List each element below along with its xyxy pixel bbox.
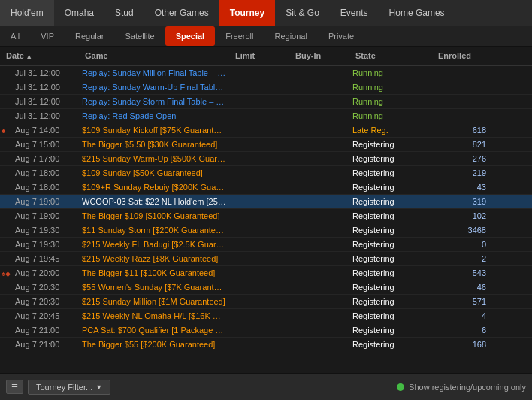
row-limit [229,138,289,150]
row-buyin [289,153,349,165]
table-row[interactable]: Aug 7 19:00 WCOOP-03 Sat: $22 NL Hold'em… [0,195,532,209]
row-enrolled: 46 [432,281,492,293]
row-state: Running [349,67,432,79]
row-date: Aug 7 14:00 [12,124,79,136]
table-row[interactable]: Aug 7 20:30 $215 Sunday Million [$1M Gua… [0,295,532,309]
row-limit [229,338,289,350]
row-game: The Bigger $11 [$100K Guaranteed] [79,267,229,279]
spade-diamond-icon: ♠◆ [2,270,11,277]
row-state: Running [349,110,432,122]
row-limit [229,310,289,322]
row-limit [229,67,289,79]
table-row[interactable]: Aug 7 21:00 PCA Sat: $700 Qualifier [1 P… [0,323,532,338]
row-limit [229,81,289,93]
row-game: Replay: Red Spade Open [79,110,229,122]
row-date: Aug 7 19:30 [12,224,79,236]
row-icon [0,238,12,250]
header-date[interactable]: Date [3,49,82,62]
row-limit [229,281,289,293]
subnav-regional[interactable]: Regional [264,26,317,46]
nav-events[interactable]: Events [330,0,379,26]
table-row[interactable]: ♠◆ Aug 7 20:00 The Bigger $11 [$100K Gua… [0,266,532,280]
row-icon [0,295,12,308]
row-state: Running [349,95,432,108]
row-game: $55 Women's Sunday [$7K Guaranteed] [79,281,229,293]
table-row[interactable]: Aug 7 19:00 The Bigger $109 [$100K Guara… [0,209,532,223]
row-state: Registering [349,324,432,336]
table-row[interactable]: ♠ Aug 7 14:00 $109 Sunday Kickoff [$75K … [0,123,532,138]
table-row[interactable]: Aug 7 18:00 $109+R Sunday Rebuiy [$200K … [0,180,532,195]
table-row[interactable]: Aug 7 19:45 $215 Weekly Razz [$8K Guaran… [0,252,532,266]
table-row[interactable]: Aug 7 18:00 $109 Sunday [$50K Guaranteed… [0,166,532,180]
header-limit[interactable]: Limit [232,49,292,62]
table-row[interactable]: Jul 31 12:00 Replay: Sunday Million Fina… [0,66,532,80]
row-icon [0,310,12,322]
subnav-all[interactable]: All [0,26,30,46]
row-limit [229,324,289,336]
row-icon: ♠ [0,124,12,136]
table-row[interactable]: Aug 7 20:30 $55 Women's Sunday [$7K Guar… [0,280,532,295]
row-date: Aug 7 21:00 [12,324,79,336]
lobby-icon-button[interactable]: ☰ [6,380,23,394]
row-enrolled: 3468 [432,224,492,236]
row-icon [0,224,12,236]
row-enrolled: 6 [432,324,492,336]
row-game: Replay: Sunday Storm Final Table – July … [79,95,229,108]
table-row[interactable]: Aug 7 15:00 The Bigger $5.50 [$30K Guara… [0,138,532,152]
row-icon [0,138,12,150]
subnav-satellite[interactable]: Satellite [115,26,165,46]
row-limit [229,295,289,308]
row-game: PCA Sat: $700 Qualifier [1 Package Guara… [79,324,229,336]
subnav-vip[interactable]: VIP [30,26,65,46]
subnav-regular[interactable]: Regular [65,26,115,46]
subnav-freeroll[interactable]: Freeroll [215,26,264,46]
row-icon [0,253,12,265]
row-enrolled: 276 [432,153,492,165]
table-row[interactable]: Jul 31 12:00 Replay: Red Spade Open Runn… [0,109,532,123]
nav-other-games[interactable]: Other Games [144,0,219,26]
row-date: Aug 7 21:00 [12,338,79,350]
row-buyin [289,124,349,136]
row-icon [0,110,12,122]
table-row[interactable]: Jul 31 12:00 Replay: Sunday Warm-Up Fina… [0,80,532,95]
row-date: Aug 7 20:30 [12,281,79,293]
table-row[interactable]: Aug 7 20:45 $215 Weekly NL Omaha H/L [$1… [0,309,532,323]
row-state: Registering [349,224,432,236]
table-row[interactable]: Jul 31 12:00 Replay: Sunday Storm Final … [0,95,532,109]
row-date: Aug 7 20:30 [12,295,79,308]
row-limit [229,110,289,122]
row-game: $11 Sunday Storm [$200K Guaranteed] [79,224,229,236]
header-enrolled[interactable]: Enrolled [435,49,495,62]
row-enrolled: 43 [432,181,492,193]
subnav-special[interactable]: Special [165,26,216,46]
row-icon [0,195,12,208]
tournament-table[interactable]: Jul 31 12:00 Replay: Sunday Million Fina… [0,66,532,350]
nav-sit-go[interactable]: Sit & Go [275,0,330,26]
table-row[interactable]: Aug 7 17:00 $215 Sunday Warm-Up [$500K G… [0,152,532,166]
row-game: $215 Sunday Million [$1M Guaranteed] [79,295,229,308]
tourney-filter-button[interactable]: Tourney Filter... ▼ [28,380,110,395]
row-state: Registering [349,295,432,308]
show-label[interactable]: Show registering/upcoming only [409,383,526,392]
table-row[interactable]: Aug 7 21:00 The Bigger $55 [$200K Guaran… [0,338,532,350]
table-row[interactable]: Aug 7 19:30 $215 Weekly FL Badugi [$2.5K… [0,238,532,252]
subnav-private[interactable]: Private [318,26,364,46]
nav-holdem[interactable]: Hold'em [0,0,54,26]
header-game[interactable]: Game [82,49,232,62]
row-state: Registering [349,310,432,322]
nav-omaha[interactable]: Omaha [54,0,104,26]
row-date: Aug 7 19:00 [12,210,79,222]
nav-home-games[interactable]: Home Games [379,0,455,26]
bottom-right-controls: Show registering/upcoming only [397,383,526,392]
nav-tourney[interactable]: Tourney [219,0,275,26]
table-row[interactable]: Aug 7 19:30 $11 Sunday Storm [$200K Guar… [0,223,532,238]
nav-stud[interactable]: Stud [104,0,144,26]
row-limit [229,167,289,179]
sub-navigation: All VIP Regular Satellite Special Freero… [0,26,532,47]
row-limit [229,195,289,208]
header-buyin[interactable]: Buy-In [292,49,352,62]
row-state: Registering [349,210,432,222]
row-enrolled: 571 [432,295,492,308]
header-state[interactable]: State [352,49,435,62]
row-state: Registering [349,238,432,250]
